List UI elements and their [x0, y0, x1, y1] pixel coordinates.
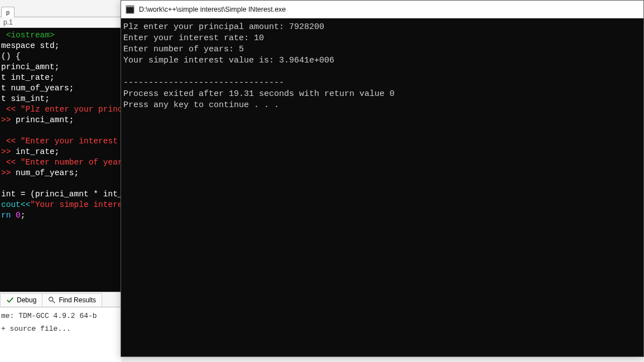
code-string: "Plz enter your princ: [21, 105, 121, 114]
code-keyword: rn: [1, 211, 16, 220]
code-text: cout<<: [1, 200, 30, 209]
console-line: --------------------------------: [123, 78, 284, 88]
code-operator: <<: [1, 105, 21, 114]
console-title-text: D:\work\c++\simple interest\Simple INter…: [139, 6, 286, 13]
console-line: Press any key to continue . . .: [123, 100, 279, 110]
code-text: t int_rate;: [1, 73, 55, 82]
code-text: () {: [1, 52, 21, 61]
code-text: int = (princi_amnt * int_: [1, 190, 121, 199]
tab-debug[interactable]: Debug: [0, 293, 42, 306]
code-text: t sim_int;: [1, 94, 50, 103]
compiler-status-line2: + source file...: [0, 322, 121, 335]
code-string: "Your simple intere: [30, 200, 121, 209]
code-string: "Enter number of year: [21, 158, 121, 167]
console-line: Your simple interest value is: 3.9641e+0…: [123, 56, 334, 65]
code-text: princi_amnt;: [1, 62, 59, 71]
line-column-indicator: p.1: [0, 17, 121, 28]
code-text: t num_of_years;: [1, 84, 74, 93]
check-icon: [6, 296, 14, 304]
code-text: num_of_years;: [16, 168, 79, 177]
console-line: Enter your interest rate: 10: [123, 33, 264, 43]
console-line: Enter number of years: 5: [123, 45, 244, 54]
code-text: ;: [21, 211, 26, 220]
code-operator: >>: [1, 147, 16, 156]
console-window: D:\work\c++\simple interest\Simple INter…: [121, 0, 644, 357]
code-editor[interactable]: <iostream> mespace std; () { princi_amnt…: [0, 28, 121, 292]
editor-tab[interactable]: p: [1, 7, 15, 17]
compiler-status-line: me: TDM-GCC 4.9.2 64-b: [0, 307, 121, 322]
console-app-icon: [126, 5, 134, 14]
code-text: princi_amnt;: [16, 115, 74, 124]
console-output[interactable]: Plz enter your principal amount: 7928200…: [121, 18, 643, 356]
code-string: "Enter your interest: [21, 137, 121, 146]
tab-find-label: Find Results: [59, 296, 96, 304]
code-operator: >>: [1, 115, 16, 124]
svg-point-0: [49, 297, 53, 301]
code-operator: >>: [1, 168, 16, 177]
magnifier-icon: [48, 296, 56, 304]
svg-line-1: [52, 300, 55, 302]
code-text: mespace std;: [1, 41, 59, 50]
editor-tab-bar: p: [0, 0, 121, 17]
code-text: int_rate;: [16, 147, 59, 156]
console-titlebar[interactable]: D:\work\c++\simple interest\Simple INter…: [121, 1, 643, 18]
ide-wrapper: p p.1 <iostream> mespace std; () { princ…: [0, 0, 121, 362]
console-line: Plz enter your principal amount: 7928200: [123, 22, 324, 32]
tab-find-results[interactable]: Find Results: [42, 293, 102, 306]
console-line: Process exited after 19.31 seconds with …: [123, 89, 395, 99]
code-number: 0: [16, 211, 21, 220]
tab-debug-label: Debug: [17, 296, 36, 304]
svg-rect-3: [126, 6, 134, 7]
code-operator: <<: [1, 137, 21, 146]
code-preproc: <iostream>: [1, 31, 55, 40]
code-operator: <<: [1, 158, 21, 167]
bottom-tab-bar: Debug Find Results: [0, 292, 121, 307]
